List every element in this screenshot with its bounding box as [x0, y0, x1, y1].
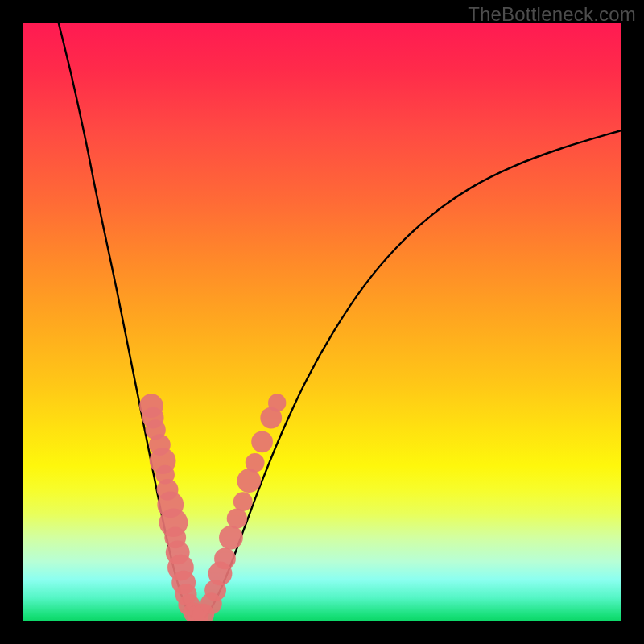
- marker-dot: [246, 453, 265, 473]
- marker-dot: [268, 394, 286, 411]
- series-right-curve: [205, 130, 621, 617]
- marker-dot: [251, 431, 273, 452]
- marker-dot: [219, 526, 243, 550]
- marker-dot: [214, 547, 236, 569]
- chart-svg: [23, 23, 621, 621]
- marker-dot: [233, 492, 253, 511]
- marker-dot: [227, 508, 247, 528]
- watermark-text: TheBottleneck.com: [468, 3, 636, 26]
- curves-layer: [59, 23, 621, 617]
- marker-dot: [237, 469, 261, 493]
- plot-area: [23, 23, 621, 621]
- chart-frame: TheBottleneck.com: [0, 0, 644, 644]
- markers-layer: [139, 394, 286, 621]
